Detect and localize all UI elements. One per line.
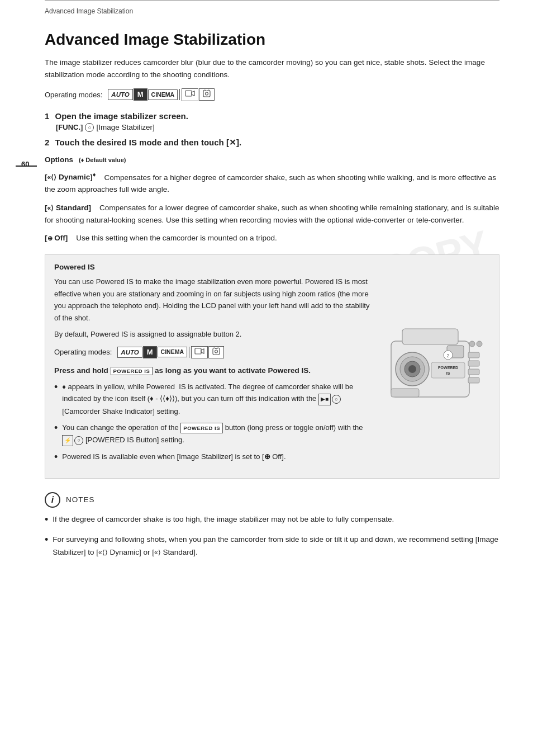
svg-rect-21 — [468, 377, 479, 383]
svg-rect-19 — [468, 361, 479, 366]
note-item-1: • If the degree of camcorder shake is to… — [45, 513, 499, 528]
bullet-item-2: • You can change the operation of the PO… — [54, 422, 375, 446]
options-label: Options — [45, 155, 73, 164]
bullet-dot-2: • — [54, 420, 58, 437]
camcorder-illustration: POWERED IS 2 — [386, 324, 489, 422]
step-1-header: 1 Open the image stabilizer screen. — [45, 111, 499, 121]
svg-point-10 — [408, 365, 416, 373]
svg-point-23 — [469, 341, 475, 347]
powered-mode-badges: AUTO M CINEMA — [117, 346, 224, 358]
breadcrumb: Advanced Image Stabilization — [45, 4, 499, 15]
bullet-1-text: ♦ appears in yellow, while Powered IS is… — [62, 381, 375, 417]
powered-layout: You can use Powered IS to make the image… — [54, 276, 490, 470]
notes-list: • If the degree of camcorder shake is to… — [45, 513, 499, 559]
mode-badges: AUTO M CINEMA — [108, 88, 215, 101]
option-dynamic: [«⟨⟩ Dynamic]♦ Compensates for a higher … — [45, 169, 499, 196]
badge-cam-icon — [182, 88, 198, 101]
bullet-dot-3: • — [54, 449, 58, 466]
svg-text:POWERED: POWERED — [437, 366, 458, 370]
svg-rect-3 — [195, 348, 201, 354]
options-title: Options (♦ Default value) — [45, 155, 499, 164]
powered-left: You can use Powered IS to make the image… — [54, 276, 375, 470]
step-1-number: 1 — [45, 111, 49, 121]
svg-point-24 — [477, 341, 482, 347]
step-2-title: Touch the desired IS mode and then touch… — [55, 138, 242, 147]
badge-divider — [179, 89, 180, 100]
option-dynamic-label: [«⟨⟩ Dynamic]♦ — [45, 173, 98, 181]
step-2: 2 Touch the desired IS mode and then tou… — [45, 138, 499, 148]
svg-point-2 — [206, 92, 208, 95]
steps: 1 Open the image stabilizer screen. [FUN… — [45, 111, 499, 148]
powered-modes-label: Operating modes: — [54, 348, 112, 356]
powered-badge-auto: AUTO — [117, 347, 142, 358]
circle-icon: ○ — [85, 123, 94, 132]
page-number: 60 — [21, 160, 29, 168]
option-standard-text: Compensates for a lower degree of camcor… — [45, 204, 499, 224]
intro-text: The image stabilizer reduces camcorder b… — [45, 56, 499, 81]
powered-is-badge-2: POWERED IS — [180, 423, 223, 434]
options-default: (♦ Default value) — [79, 157, 126, 163]
bullet-item-1: • ♦ appears in yellow, while Powered IS … — [54, 381, 375, 417]
options-section: Options (♦ Default value) [«⟨⟩ Dynamic]♦… — [45, 155, 499, 245]
x-mark: ✕ — [229, 138, 236, 147]
option-standard: [«⟩ Standard] Compensates for a lower de… — [45, 202, 499, 227]
bullet-2-text: You can change the operation of the POWE… — [62, 422, 375, 446]
badge-auto: AUTO — [108, 89, 132, 100]
svg-rect-20 — [468, 369, 479, 375]
operating-modes-row: Operating modes: AUTO M CINEMA — [45, 88, 499, 101]
option-off-text: Use this setting when the camcorder is m… — [76, 234, 277, 242]
svg-rect-0 — [185, 91, 192, 96]
note-1-text: If the degree of camcorder shake is too … — [53, 513, 394, 526]
bullet-list: • ♦ appears in yellow, while Powered IS … — [54, 381, 375, 466]
badge-cinema: CINEMA — [148, 89, 178, 100]
note-bullet-2: • — [45, 532, 48, 549]
step-1-title: Open the image stabilizer screen. — [55, 111, 188, 121]
powered-is-badge: POWERED IS — [111, 367, 153, 375]
powered-badge-photo-icon — [208, 346, 224, 358]
svg-marker-1 — [192, 91, 194, 96]
step-2-number: 2 — [45, 138, 49, 147]
powered-intro2: By default, Powered IS is assigned to as… — [54, 328, 375, 340]
powered-badge-m: M — [143, 346, 157, 358]
badge-camera-icon — [199, 88, 215, 101]
page-title: Advanced Image Stabilization — [45, 31, 499, 49]
powered-badge-cinema: CINEMA — [158, 347, 187, 357]
svg-rect-11 — [402, 329, 458, 344]
operating-modes-label: Operating modes: — [45, 91, 102, 99]
option-dynamic-text: Compensates for a higher degree of camco… — [45, 173, 496, 193]
svg-marker-4 — [201, 349, 204, 353]
svg-rect-22 — [391, 389, 419, 397]
option-off-label: [⊕ Off] — [45, 234, 70, 242]
info-icon: i — [45, 492, 60, 508]
option-standard-label: [«⟩ Standard] — [45, 204, 93, 212]
svg-text:2: 2 — [446, 353, 449, 358]
notes-header: i NOTES — [45, 492, 499, 508]
notes-section: i NOTES • If the degree of camcorder sha… — [45, 492, 499, 559]
powered-badge-cam-icon — [191, 346, 208, 358]
notes-label: NOTES — [66, 495, 95, 504]
image-stabilizer-label: [Image Stabilizer] — [96, 123, 154, 131]
svg-rect-13 — [431, 362, 465, 378]
step-1: 1 Open the image stabilizer screen. [FUN… — [45, 111, 499, 132]
svg-rect-18 — [468, 352, 479, 358]
option-off: [⊕ Off] Use this setting when the camcor… — [45, 232, 499, 244]
svg-text:IS: IS — [446, 371, 450, 375]
func-button-label: [FUNC.] — [56, 123, 83, 131]
powered-badge-divider — [189, 347, 190, 358]
svg-point-5 — [215, 350, 218, 353]
bullet-dot-1: • — [54, 379, 58, 396]
powered-title: Powered IS — [54, 263, 490, 271]
note-2-text: For surveying and following shots, when … — [53, 533, 499, 559]
powered-modes-row: Operating modes: AUTO M CINEMA — [54, 346, 375, 358]
powered-press-text: Press and hold POWERED IS as long as you… — [54, 366, 375, 375]
note-bullet-1: • — [45, 512, 48, 528]
bullet-item-3: • Powered IS is available even when [Ima… — [54, 451, 375, 466]
step-2-header: 2 Touch the desired IS mode and then tou… — [45, 138, 499, 148]
badge-m: M — [134, 88, 147, 101]
bullet-3-text: Powered IS is available even when [Image… — [62, 451, 285, 462]
powered-right: POWERED IS 2 — [384, 276, 490, 470]
step-1-body: [FUNC.] ○ [Image Stabilizer] — [45, 123, 499, 132]
powered-intro1: You can use Powered IS to make the image… — [54, 276, 375, 324]
powered-box: Powered IS You can use Powered IS to mak… — [45, 254, 499, 478]
note-item-2: • For surveying and following shots, whe… — [45, 533, 499, 559]
